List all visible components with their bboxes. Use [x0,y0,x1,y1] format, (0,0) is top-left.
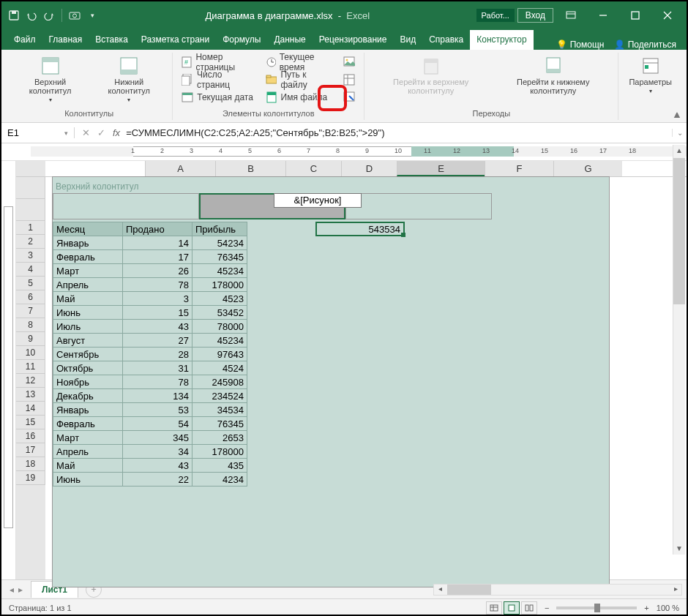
tab-data[interactable]: Данные [267,30,312,50]
col-header-G[interactable]: G [553,161,622,176]
goto-footer-button[interactable]: Перейти к нижнему колонтитулу [494,54,612,97]
ribbon-options-icon[interactable] [556,5,586,26]
svg-rect-17 [182,76,190,86]
current-date-button[interactable]: Текущая дата [179,89,259,105]
vertical-scrollbar[interactable]: ▲ ▼ [673,145,685,555]
footer-button[interactable]: Нижний колонтитул▾ [91,54,166,105]
header-footer-zone[interactable]: &[Рисунок] [53,193,492,219]
sign-in-button[interactable]: Вход [517,8,553,23]
row-header[interactable]: 13 [16,388,45,402]
fx-icon[interactable]: fx [113,127,124,138]
svg-rect-44 [526,605,528,611]
svg-rect-24 [266,75,271,78]
row-header[interactable]: 12 [16,374,45,388]
svg-rect-43 [509,605,515,611]
col-header-D[interactable]: D [341,161,397,176]
header-button[interactable]: Верхний колонтитул▾ [12,54,89,105]
tab-file[interactable]: Файл [7,30,42,50]
row-header[interactable]: 14 [16,402,45,416]
data-table[interactable]: МесяцПроданоПрибыльЯнварь1454234Февраль1… [53,222,247,487]
tab-design[interactable]: Конструктор [470,30,533,50]
view-normal[interactable] [486,601,502,615]
maximize-button[interactable] [621,5,650,26]
row-header[interactable]: 10 [16,346,45,360]
vertical-ruler [1,161,16,579]
tab-view[interactable]: Вид [393,30,422,50]
tab-help[interactable]: Справка [422,30,470,50]
camera-icon[interactable] [68,9,81,22]
title-bar: ▾ Диаграмма в диаграмме.xlsx - Excel Раб… [1,1,687,29]
row-header[interactable]: 3 [16,249,45,263]
row-header[interactable]: 17 [16,443,45,457]
tab-review[interactable]: Рецензирование [313,30,394,50]
file-name-button[interactable]: Имя файла [263,89,338,105]
expand-formula-icon[interactable]: ⌄ [672,129,687,137]
collapse-ribbon-icon[interactable]: ⯅ [673,111,681,119]
view-page-break[interactable] [521,601,537,615]
page-count-button[interactable]: Число страниц [179,72,259,88]
share-button[interactable]: 👤 Поделиться [614,40,676,50]
row-headers[interactable]: 12345678910111213141516171819 [16,161,45,579]
sheet-name-button[interactable] [340,72,358,88]
picture-code-label: &[Рисунок] [274,193,362,208]
tab-layout[interactable]: Разметка страни [135,30,216,50]
col-header-A[interactable]: A [145,161,215,176]
current-time-button[interactable]: Текущее время [263,54,338,70]
row-header[interactable]: 11 [16,360,45,374]
row-header[interactable]: 2 [16,235,45,249]
row-header[interactable] [16,199,45,221]
row-header[interactable]: 15 [16,416,45,429]
formula-input[interactable]: =СУММЕСЛИМН(C2:C25;A2:A25;"Сентябрь";B2:… [124,127,672,138]
tab-insert[interactable]: Вставка [89,30,135,50]
close-button[interactable] [653,5,682,26]
col-header-C[interactable]: C [285,161,341,176]
quick-access-toolbar: ▾ [1,9,99,22]
options-button[interactable]: Параметры▾ [624,54,676,96]
active-cell[interactable]: 543534 [315,222,405,236]
file-path-button[interactable]: Путь к файлу [263,72,338,88]
svg-rect-39 [645,65,648,69]
row-header[interactable]: 9 [16,332,45,346]
redo-icon[interactable] [42,9,56,22]
col-header-E[interactable]: E [397,161,485,176]
window-title: Диаграмма в диаграмме.xlsx - Excel [99,10,476,21]
zoom-in-button[interactable]: + [644,604,648,612]
tellme-button[interactable]: 💡 Помощн [556,40,604,50]
tab-home[interactable]: Главная [42,30,89,50]
svg-rect-13 [121,70,137,74]
header-center-section[interactable]: &[Рисунок] [199,193,345,219]
col-header-F[interactable]: F [485,161,553,176]
page-number-button[interactable]: #Номер страницы [179,54,259,70]
save-icon[interactable] [7,9,20,22]
qat-dropdown-icon[interactable]: ▾ [86,9,99,22]
view-page-layout[interactable] [504,601,520,615]
picture-button[interactable] [340,54,358,70]
undo-icon[interactable] [25,9,38,22]
row-header[interactable]: 18 [16,457,45,471]
cancel-formula-icon[interactable]: ✕ [82,127,90,138]
svg-rect-7 [632,12,639,19]
zoom-slider[interactable] [556,606,637,609]
row-header[interactable]: 7 [16,304,45,318]
row-header[interactable]: 6 [16,290,45,304]
name-box[interactable]: E1▾ [1,127,75,138]
tab-formulas[interactable]: Формулы [216,30,267,50]
accept-formula-icon[interactable]: ✓ [97,127,105,138]
zoom-level[interactable]: 100 % [657,604,679,612]
row-header[interactable]: 5 [16,277,45,290]
row-header[interactable] [16,177,45,199]
format-picture-button[interactable] [340,89,358,105]
minimize-button[interactable] [588,5,618,26]
row-header[interactable]: 8 [16,318,45,332]
sheet-nav[interactable]: ◂▸ [1,585,31,595]
grid-body[interactable]: ABCDEFG Верхний колонтитул &[Рисунок] Ме… [45,161,687,579]
row-header[interactable]: 4 [16,263,45,277]
row-header[interactable]: 16 [16,429,45,443]
svg-rect-26 [267,92,276,95]
row-header[interactable]: 19 [16,471,45,485]
row-header[interactable]: 1 [16,221,45,235]
horizontal-scrollbar[interactable]: ◂ ▸ [433,584,682,596]
svg-point-28 [346,59,348,61]
zoom-out-button[interactable]: − [545,604,549,612]
col-header-B[interactable]: B [215,161,285,176]
